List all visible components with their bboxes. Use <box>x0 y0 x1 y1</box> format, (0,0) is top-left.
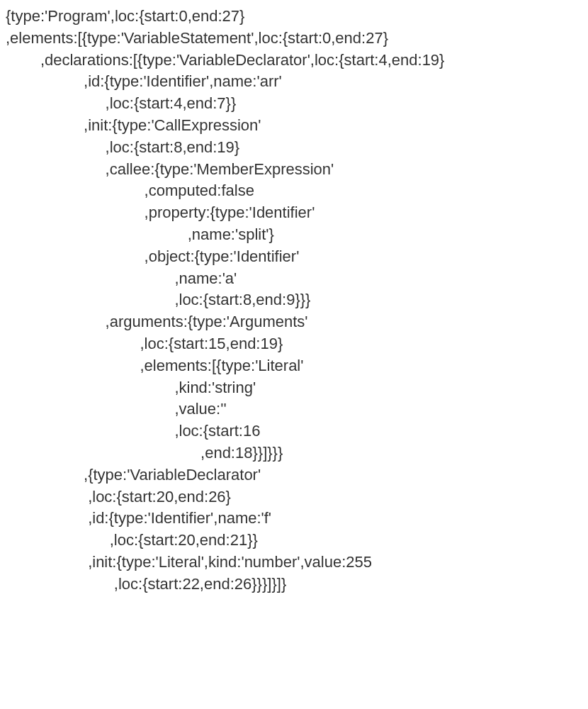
code-line: ,loc:{start:15,end:19} <box>6 333 582 355</box>
code-line: ,loc:{start:22,end:26}}}]}]} <box>6 574 582 596</box>
code-line: ,arguments:{type:'Arguments' <box>6 311 582 333</box>
code-line: ,elements:[{type:'Literal' <box>6 355 582 377</box>
code-line: ,loc:{start:16 <box>6 420 582 442</box>
code-line: {type:'Program',loc:{start:0,end:27} <box>6 6 582 28</box>
code-line: ,loc:{start:20,end:21}} <box>6 530 582 552</box>
code-line: ,init:{type:'CallExpression' <box>6 115 582 137</box>
code-line: ,end:18}}]}}} <box>6 442 582 464</box>
code-line: ,id:{type:'Identifier',name:'arr' <box>6 71 582 93</box>
code-line: ,object:{type:'Identifier' <box>6 246 582 268</box>
code-line: ,{type:'VariableDeclarator' <box>6 464 582 486</box>
code-line: ,loc:{start:20,end:26} <box>6 486 582 508</box>
code-line: ,callee:{type:'MemberExpression' <box>6 159 582 181</box>
code-line: ,elements:[{type:'VariableStatement',loc… <box>6 28 582 50</box>
code-line: ,name:'split'} <box>6 224 582 246</box>
code-line: ,property:{type:'Identifier' <box>6 202 582 224</box>
code-line: ,name:'a' <box>6 268 582 290</box>
code-line: ,loc:{start:4,end:7}} <box>6 93 582 115</box>
code-line: ,init:{type:'Literal',kind:'number',valu… <box>6 552 582 574</box>
code-line: ,loc:{start:8,end:19} <box>6 137 582 159</box>
ast-text-block: {type:'Program',loc:{start:0,end:27},ele… <box>6 6 582 596</box>
code-line: ,computed:false <box>6 180 582 202</box>
code-line: ,value:'' <box>6 398 582 420</box>
code-line: ,id:{type:'Identifier',name:'f' <box>6 508 582 530</box>
code-line: ,kind:'string' <box>6 377 582 399</box>
code-line: ,loc:{start:8,end:9}}} <box>6 289 582 311</box>
code-line: ,declarations:[{type:'VariableDeclarator… <box>6 50 582 72</box>
